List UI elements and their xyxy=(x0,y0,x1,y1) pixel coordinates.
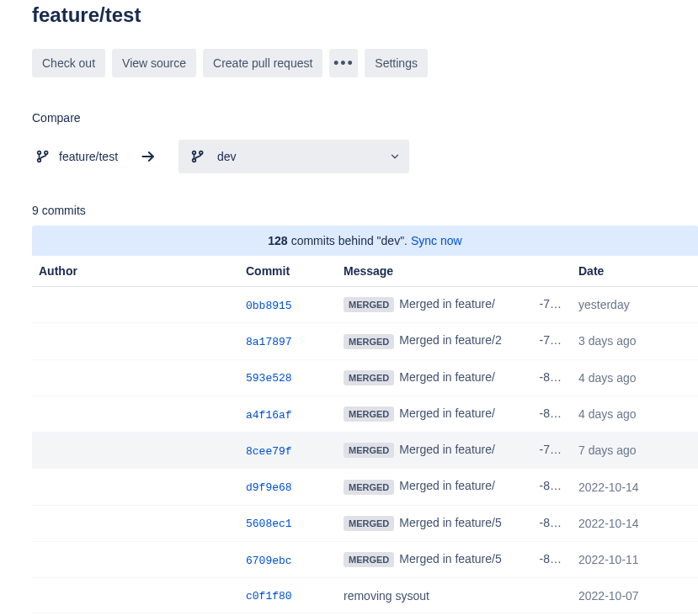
message-text: Merged in feature/5 xyxy=(399,552,501,566)
commits-count: 9 commits xyxy=(32,204,698,217)
target-branch-select[interactable]: dev xyxy=(178,140,409,173)
commit-hash-cell: 0bb8915 xyxy=(239,287,337,323)
compare-label: Compare xyxy=(32,111,698,125)
commits-table: Author Commit Message Date 0bb8915MERGED… xyxy=(32,256,698,613)
merged-badge: MERGED xyxy=(344,443,394,458)
commit-hash-link[interactable]: 593e528 xyxy=(246,372,292,385)
commit-hash-cell: 5608ec1 xyxy=(239,505,337,541)
table-row[interactable]: 8cee79fMERGEDMerged in feature/-7…7 days… xyxy=(32,433,698,469)
message-text: Merged in feature/5 xyxy=(399,516,501,529)
commit-hash-cell: d9f9e68 xyxy=(239,469,337,505)
commit-hash-link[interactable]: 8a17897 xyxy=(246,336,292,348)
commit-hash-link[interactable]: 8cee79f xyxy=(246,445,292,458)
merged-badge: MERGED xyxy=(344,370,394,385)
message-tail: -8… xyxy=(540,479,565,492)
create-pull-request-button[interactable]: Create pull request xyxy=(203,49,322,77)
commit-hash-link[interactable]: c0f1f80 xyxy=(246,590,292,603)
behind-text: commits behind "dev". xyxy=(291,234,408,247)
author-cell xyxy=(32,578,239,613)
message-cell: MERGEDMerged in feature/-7… xyxy=(337,287,572,323)
message-cell: removing sysout xyxy=(337,578,572,613)
page-title: feature/test xyxy=(32,3,698,27)
date-cell: 4 days ago xyxy=(572,396,698,432)
message-text: Merged in feature/2 xyxy=(399,333,501,347)
date-cell: 7 days ago xyxy=(572,433,698,469)
settings-button[interactable]: Settings xyxy=(365,49,428,77)
commits-table-wrap: 128 commits behind "dev". Sync now Autho… xyxy=(32,226,698,613)
author-cell xyxy=(32,287,239,323)
more-actions-button[interactable]: ••• xyxy=(329,49,358,77)
date-cell: yesterday xyxy=(572,287,698,323)
merged-badge: MERGED xyxy=(344,516,394,531)
message-text: Merged in feature/ xyxy=(399,479,495,492)
message-tail: -7… xyxy=(540,333,565,347)
author-cell xyxy=(32,323,239,359)
message-cell: MERGEDMerged in feature/-8… xyxy=(337,469,572,505)
message-text: Merged in feature/ xyxy=(399,406,495,420)
date-text: 4 days ago xyxy=(578,407,637,421)
message-cell: MERGEDMerged in feature/-8… xyxy=(337,359,572,396)
message-tail: -8… xyxy=(540,552,565,566)
th-date: Date xyxy=(572,256,698,287)
date-text: 3 days ago xyxy=(578,334,637,348)
th-commit: Commit xyxy=(239,256,337,287)
toolbar: Check out View source Create pull reques… xyxy=(32,49,698,77)
branch-icon xyxy=(190,149,205,164)
table-row[interactable]: a4f16afMERGEDMerged in feature/-8…4 days… xyxy=(32,396,698,432)
th-message: Message xyxy=(337,256,572,287)
merged-badge: MERGED xyxy=(344,334,394,349)
table-row[interactable]: 0bb8915MERGEDMerged in feature/-7…yester… xyxy=(32,287,698,323)
table-row[interactable]: 5608ec1MERGEDMerged in feature/5-8…2022-… xyxy=(32,505,698,541)
merged-badge: MERGED xyxy=(344,297,394,312)
target-branch-name: dev xyxy=(217,150,237,163)
behind-banner: 128 commits behind "dev". Sync now xyxy=(32,226,698,256)
date-cell: 3 days ago xyxy=(572,323,698,359)
date-cell: 2022-10-07 xyxy=(572,578,698,613)
table-row[interactable]: d9f9e68MERGEDMerged in feature/-8…2022-1… xyxy=(32,469,698,505)
more-icon: ••• xyxy=(333,56,354,71)
message-cell: MERGEDMerged in feature/2-7… xyxy=(337,323,572,359)
date-text: 2022-10-14 xyxy=(578,481,639,494)
commit-hash-link[interactable]: 6709ebc xyxy=(246,555,292,567)
commit-hash-cell: 6709ebc xyxy=(239,542,337,578)
table-row[interactable]: 6709ebcMERGEDMerged in feature/5-8…2022-… xyxy=(32,542,698,578)
author-cell xyxy=(32,396,239,432)
merged-badge: MERGED xyxy=(344,552,394,567)
commit-hash-cell: 8a17897 xyxy=(239,323,337,359)
chevron-down-icon xyxy=(389,151,401,162)
th-author: Author xyxy=(32,256,239,287)
view-source-button[interactable]: View source xyxy=(112,49,196,77)
date-cell: 4 days ago xyxy=(572,359,698,396)
message-cell: MERGEDMerged in feature/5-8… xyxy=(337,505,572,541)
merged-badge: MERGED xyxy=(344,480,394,495)
date-cell: 2022-10-14 xyxy=(572,505,698,541)
date-text: 2022-10-07 xyxy=(578,589,639,603)
sync-now-link[interactable]: Sync now xyxy=(411,234,462,247)
commit-hash-link[interactable]: a4f16af xyxy=(246,409,292,422)
commit-hash-link[interactable]: d9f9e68 xyxy=(246,481,292,494)
message-tail: -7… xyxy=(540,297,565,311)
message-tail: -8… xyxy=(540,516,565,529)
message-cell: MERGEDMerged in feature/-8… xyxy=(337,396,572,432)
commit-hash-link[interactable]: 5608ec1 xyxy=(246,518,292,530)
check-out-button[interactable]: Check out xyxy=(32,49,105,77)
date-text: 7 days ago xyxy=(578,443,637,457)
commit-hash-link[interactable]: 0bb8915 xyxy=(246,300,292,312)
message-tail: -8… xyxy=(540,406,565,420)
source-branch-name: feature/test xyxy=(59,150,118,163)
table-row[interactable]: 593e528MERGEDMerged in feature/-8…4 days… xyxy=(32,359,698,396)
date-text: yesterday xyxy=(578,298,630,311)
date-text: 2022-10-14 xyxy=(578,517,639,530)
table-row[interactable]: c0f1f80removing sysout2022-10-07 xyxy=(32,578,698,613)
behind-count: 128 xyxy=(268,234,287,247)
author-cell xyxy=(32,433,239,469)
date-text: 4 days ago xyxy=(578,371,637,385)
merged-badge: MERGED xyxy=(344,406,394,422)
arrow-right-icon xyxy=(138,146,158,167)
commit-hash-cell: 593e528 xyxy=(239,359,337,396)
source-branch: feature/test xyxy=(32,149,118,164)
author-cell xyxy=(32,469,239,505)
author-cell xyxy=(32,542,239,578)
table-row[interactable]: 8a17897MERGEDMerged in feature/2-7…3 day… xyxy=(32,323,698,359)
commit-hash-cell: a4f16af xyxy=(239,396,337,432)
